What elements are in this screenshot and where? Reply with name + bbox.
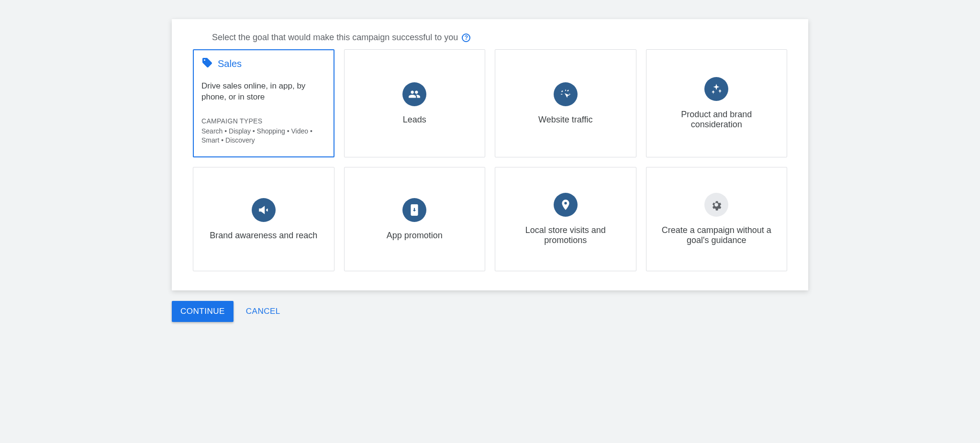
tag-icon	[201, 57, 213, 70]
goal-card-website-traffic-label: Website traffic	[538, 115, 592, 125]
goal-card-sales-title: Sales	[218, 58, 242, 69]
people-icon	[402, 82, 426, 106]
goal-card-sales-types: Search • Display • Shopping • Video • Sm…	[201, 127, 326, 145]
goal-card-no-goal-label: Create a campaign without a goal's guida…	[657, 225, 777, 245]
goal-card-sales-description: Drive sales online, in app, by phone, or…	[201, 81, 326, 103]
goal-card-local-store[interactable]: Local store visits and promotions	[495, 167, 636, 271]
gear-icon	[704, 193, 728, 217]
goal-card-no-goal[interactable]: Create a campaign without a goal's guida…	[646, 167, 788, 271]
goal-card-sales[interactable]: Sales Drive sales online, in app, by pho…	[193, 49, 334, 157]
continue-button[interactable]: CONTINUE	[172, 301, 234, 322]
goal-card-leads[interactable]: Leads	[344, 49, 486, 157]
megaphone-icon	[252, 198, 276, 222]
action-row: CONTINUE CANCEL	[172, 301, 808, 322]
goal-selection-panel: Select the goal that would make this cam…	[172, 19, 808, 290]
prompt-row: Select the goal that would make this cam…	[212, 33, 787, 43]
goal-card-brand-awareness-label: Brand awareness and reach	[210, 231, 317, 241]
cursor-click-icon	[554, 82, 578, 106]
goal-card-app-promotion[interactable]: App promotion	[344, 167, 486, 271]
prompt-text: Select the goal that would make this cam…	[212, 33, 458, 43]
goal-card-leads-label: Leads	[403, 115, 426, 125]
pin-icon	[554, 193, 578, 217]
help-icon[interactable]: ?	[462, 33, 470, 42]
cancel-button[interactable]: CANCEL	[246, 307, 280, 316]
goal-card-brand-awareness[interactable]: Brand awareness and reach	[193, 167, 334, 271]
goal-card-website-traffic[interactable]: Website traffic	[495, 49, 636, 157]
goal-grid: Sales Drive sales online, in app, by pho…	[193, 49, 787, 271]
goal-card-sales-subheading: CAMPAIGN TYPES	[201, 117, 262, 125]
goal-card-product-brand-label: Product and brand consideration	[657, 110, 777, 130]
goal-card-app-promotion-label: App promotion	[387, 231, 443, 241]
sparkle-icon	[704, 77, 728, 101]
goal-card-local-store-label: Local store visits and promotions	[506, 225, 625, 245]
goal-card-sales-header: Sales	[201, 57, 242, 70]
phone-download-icon	[402, 198, 426, 222]
goal-card-product-brand[interactable]: Product and brand consideration	[646, 49, 788, 157]
